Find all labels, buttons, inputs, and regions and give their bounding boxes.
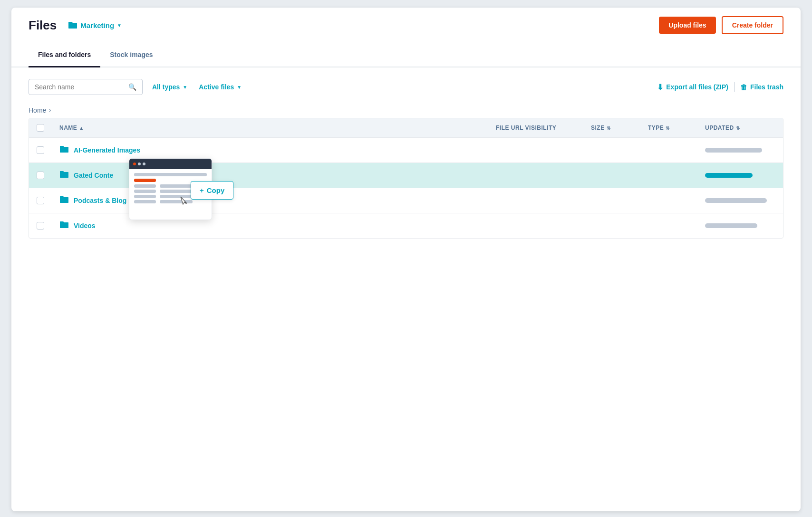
row3-type-cell xyxy=(640,193,697,208)
all-types-filter[interactable]: All types ▼ xyxy=(150,79,189,95)
row4-updated-cell xyxy=(697,216,783,236)
row4-name-cell: Videos xyxy=(52,213,488,238)
upload-files-button[interactable]: Upload files xyxy=(659,17,715,34)
row2-name-cell: Gated Conte xyxy=(52,163,488,188)
table-row: Gated Conte xyxy=(29,163,783,188)
row4-checkbox[interactable] xyxy=(37,222,44,230)
all-types-label: All types xyxy=(152,83,180,91)
row3-updated-cell xyxy=(697,191,783,211)
export-files-button[interactable]: ⬇ Export all files (ZIP) xyxy=(657,83,728,92)
active-files-filter[interactable]: Active files ▼ xyxy=(197,79,243,95)
tab-files-folders[interactable]: Files and folders xyxy=(29,43,100,67)
row4-folder-icon xyxy=(59,221,69,230)
table-row: AI-Generated Images xyxy=(29,138,783,163)
files-trash-button[interactable]: 🗑 Files trash xyxy=(740,83,783,91)
row1-updated-cell xyxy=(697,140,783,160)
breadcrumb: Home › xyxy=(11,103,801,118)
active-files-label: Active files xyxy=(199,83,234,91)
folder-icon xyxy=(68,21,77,29)
export-label: Export all files (ZIP) xyxy=(666,83,728,91)
active-chevron-icon: ▼ xyxy=(237,85,242,90)
row4-updated-bar xyxy=(705,223,757,228)
th-name-label: NAME xyxy=(59,124,77,131)
header-right: Upload files Create folder xyxy=(659,16,783,34)
size-sort-icon[interactable]: ⇅ xyxy=(607,125,611,131)
row4-checkbox-cell xyxy=(29,214,52,237)
th-size: SIZE ⇅ xyxy=(583,118,640,137)
types-chevron-icon: ▼ xyxy=(183,85,187,90)
th-type-label: TYPE xyxy=(648,124,664,131)
th-visibility: FILE URL VISIBILITY xyxy=(488,118,583,137)
row1-checkbox[interactable] xyxy=(37,146,44,154)
row3-size-cell xyxy=(583,193,640,208)
row3-checkbox-cell xyxy=(29,189,52,212)
th-updated-label: UPDATED xyxy=(705,124,734,131)
row1-type-cell xyxy=(640,143,697,158)
row2-checkbox[interactable] xyxy=(37,172,44,179)
search-icon: 🔍 xyxy=(128,83,136,91)
table-row: Podcasts & Blog Narration xyxy=(29,188,783,213)
th-visibility-label: FILE URL VISIBILITY xyxy=(496,124,556,131)
row1-name[interactable]: AI-Generated Images xyxy=(74,146,140,154)
row1-updated-bar xyxy=(705,148,762,153)
row1-name-cell: AI-Generated Images xyxy=(52,138,488,163)
name-sort-icon[interactable]: ▲ xyxy=(79,125,84,131)
th-name: NAME ▲ xyxy=(52,118,488,137)
row4-name[interactable]: Videos xyxy=(74,222,96,230)
row1-size-cell xyxy=(583,143,640,158)
th-type: TYPE ⇅ xyxy=(640,118,697,137)
row4-visibility-cell xyxy=(488,218,583,233)
row3-updated-bar xyxy=(705,198,767,203)
select-all-checkbox[interactable] xyxy=(37,124,44,132)
toolbar-left: 🔍 All types ▼ Active files ▼ xyxy=(29,79,243,95)
th-updated: UPDATED ⇅ xyxy=(697,118,783,137)
th-checkbox xyxy=(29,118,52,137)
type-sort-icon[interactable]: ⇅ xyxy=(666,125,670,131)
row3-checkbox[interactable] xyxy=(37,197,44,204)
table-header: NAME ▲ FILE URL VISIBILITY SIZE ⇅ TYPE ⇅… xyxy=(29,118,783,138)
row3-name-cell: Podcasts & Blog Narration xyxy=(52,188,488,213)
breadcrumb-home[interactable]: Home xyxy=(29,106,46,114)
row2-checkbox-cell xyxy=(29,164,52,187)
toolbar-right: ⬇ Export all files (ZIP) 🗑 Files trash xyxy=(657,82,783,92)
divider xyxy=(734,82,735,92)
row3-name[interactable]: Podcasts & Blog Narration xyxy=(74,197,158,204)
folder-selector[interactable]: Marketing ▼ xyxy=(64,19,126,31)
row3-visibility-cell xyxy=(488,193,583,208)
chevron-down-icon: ▼ xyxy=(117,23,122,28)
table-row: Videos xyxy=(29,213,783,238)
header-left: Files Marketing ▼ xyxy=(29,18,126,33)
row4-type-cell xyxy=(640,218,697,233)
folder-name: Marketing xyxy=(80,21,114,29)
create-folder-button[interactable]: Create folder xyxy=(722,16,783,34)
row2-name[interactable]: Gated Conte xyxy=(74,172,113,179)
files-table: NAME ▲ FILE URL VISIBILITY SIZE ⇅ TYPE ⇅… xyxy=(29,118,783,239)
row2-updated-bar xyxy=(705,173,753,178)
trash-icon: 🗑 xyxy=(740,83,747,91)
search-box: 🔍 xyxy=(29,79,143,95)
row2-type-cell xyxy=(640,168,697,183)
app-container: Files Marketing ▼ Upload files Create fo… xyxy=(11,8,801,511)
row2-visibility-cell xyxy=(488,168,583,183)
download-icon: ⬇ xyxy=(657,83,663,92)
row1-folder-icon xyxy=(59,145,69,155)
th-size-label: SIZE xyxy=(591,124,605,131)
row3-folder-icon xyxy=(59,196,69,205)
row2-size-cell xyxy=(583,168,640,183)
updated-sort-icon[interactable]: ⇅ xyxy=(736,125,740,131)
tab-stock-images[interactable]: Stock images xyxy=(100,43,162,67)
header: Files Marketing ▼ Upload files Create fo… xyxy=(11,8,801,43)
row1-checkbox-cell xyxy=(29,139,52,162)
toolbar: 🔍 All types ▼ Active files ▼ ⬇ Export al… xyxy=(11,67,801,103)
row2-updated-cell xyxy=(697,165,783,185)
trash-label: Files trash xyxy=(750,83,783,91)
page-title: Files xyxy=(29,18,57,33)
row1-visibility-cell xyxy=(488,143,583,158)
tabs-bar: Files and folders Stock images xyxy=(11,43,801,67)
search-input[interactable] xyxy=(35,83,125,91)
breadcrumb-separator: › xyxy=(49,107,51,114)
row4-size-cell xyxy=(583,218,640,233)
row2-folder-icon xyxy=(59,171,69,180)
